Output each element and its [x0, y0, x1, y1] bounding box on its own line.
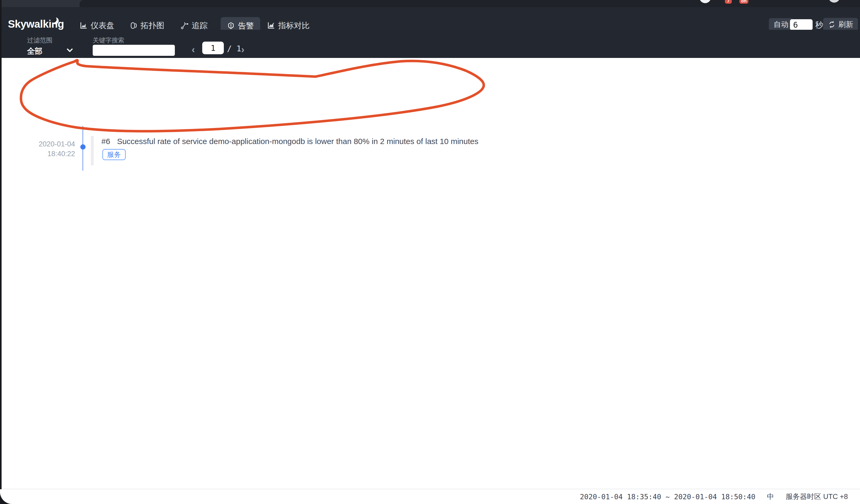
nav-item-label: 指标对比 — [278, 20, 310, 31]
browser-toolbar-strip: 7 on — [0, 0, 860, 7]
alarm-list: 2020-01-04 18:40:22 #6 Successful rate o… — [0, 58, 860, 489]
metrics-compare-icon — [267, 21, 275, 29]
refresh-button[interactable]: 刷新 — [823, 18, 858, 31]
nav-item-label: 仪表盘 — [90, 20, 114, 31]
refresh-interval-input[interactable] — [790, 19, 813, 30]
footer-time-range: 2020-01-04 18:35:40 ~ 2020-01-04 18:50:4… — [580, 493, 755, 501]
total-pages-label: / 1 — [227, 44, 241, 53]
filter-bar: 过滤范围 全部 关键字搜索 ‹ 1 / 1 › — [0, 30, 860, 58]
filter-scope-value[interactable]: 全部 — [27, 46, 42, 57]
extension-badge-count: 7 — [725, 0, 732, 4]
keyword-search-label: 关键字搜索 — [93, 36, 124, 44]
window-left-edge — [0, 0, 2, 504]
current-page-box[interactable]: 1 — [202, 42, 224, 54]
nav-item-label: 拓扑图 — [141, 20, 164, 31]
alarm-message-row: #6 Successful rate of service demo-appli… — [101, 137, 478, 146]
auto-refresh-button[interactable]: 自动 — [769, 18, 793, 31]
alarm-icon — [227, 22, 235, 30]
timeline-dot-icon — [80, 144, 86, 149]
nav-item-label: 追踪 — [192, 20, 207, 31]
crescent-logo-icon — [50, 16, 60, 26]
alarm-message: Successful rate of service demo-applicat… — [117, 137, 478, 146]
topology-icon — [130, 21, 138, 29]
alarm-scope-tag[interactable]: 服务 — [102, 149, 126, 160]
refresh-icon — [828, 20, 836, 28]
timeline-track — [91, 136, 94, 165]
next-page-chevron-icon[interactable]: › — [241, 45, 244, 55]
seconds-label: 秒 — [815, 20, 823, 31]
auto-refresh-label: 自动 — [774, 19, 788, 29]
alarm-scope-tag-label: 服务 — [107, 150, 121, 159]
prev-page-chevron-icon[interactable]: ‹ — [192, 45, 195, 55]
alarm-date: 2020-01-04 — [16, 140, 75, 148]
keyword-search-input[interactable] — [93, 45, 175, 56]
alarm-time: 18:40:22 — [16, 150, 75, 158]
trace-icon — [181, 21, 188, 29]
app-navbar: Skywalking Rocketbot 仪表盘 拓扑图 追踪 — [0, 7, 860, 30]
current-page-value: 1 — [211, 43, 215, 53]
filter-scope-label: 过滤范围 — [27, 36, 53, 44]
language-toggle[interactable]: 中 — [767, 492, 774, 501]
footer-timezone: 服务器时区 UTC +8 — [786, 492, 848, 501]
extension-badge-on: on — [740, 0, 748, 4]
footer-status-bar: 2020-01-04 18:35:40 ~ 2020-01-04 18:50:4… — [0, 489, 860, 504]
chevron-down-icon[interactable] — [66, 48, 73, 54]
dashboard-chart-icon — [80, 21, 87, 29]
alarm-id: #6 — [101, 137, 110, 146]
refresh-label: 刷新 — [838, 19, 853, 29]
